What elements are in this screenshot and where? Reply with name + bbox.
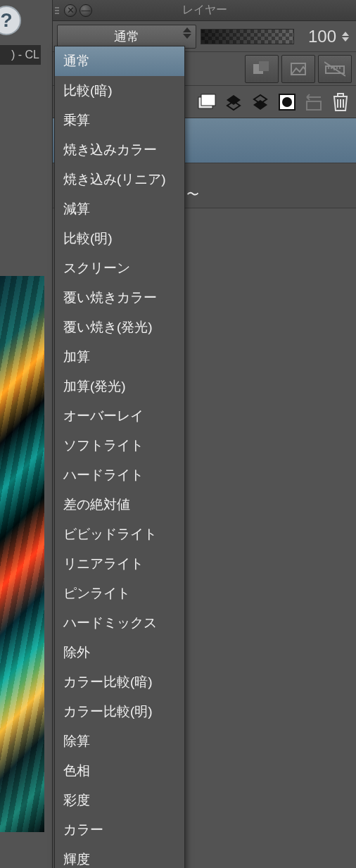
blend-mode-dropdown[interactable]: 通常 (57, 25, 196, 49)
clip-layer-button[interactable] (245, 55, 279, 83)
delete-layer-button[interactable] (329, 90, 352, 114)
blend-mode-option[interactable]: カラー (55, 815, 184, 845)
blend-mode-option[interactable]: 覆い焼き(発光) (55, 313, 184, 342)
blend-mode-option[interactable]: カラー比較(明) (55, 697, 184, 727)
blend-mode-option[interactable]: 乗算 (55, 106, 184, 135)
panel-titlebar[interactable]: ✕ — レイヤー (53, 0, 356, 21)
blend-mode-option[interactable]: 除算 (55, 727, 184, 756)
blend-mode-option[interactable]: 輝度 (55, 845, 184, 868)
blend-mode-option[interactable]: ソフトライト (55, 431, 184, 460)
chevron-down-icon (342, 37, 349, 42)
opacity-value[interactable]: 100 (298, 27, 338, 46)
clip-icon (252, 61, 272, 77)
layers-panel: ✕ — レイヤー 通常 100 (52, 0, 356, 868)
blend-mode-option[interactable]: リニアライト (55, 549, 184, 579)
blend-mode-option[interactable]: スクリーン (55, 253, 184, 283)
blend-mode-option[interactable]: ビビッドライト (55, 520, 184, 549)
layer-down-icon (251, 93, 269, 111)
layer-up-button[interactable] (222, 90, 245, 114)
blend-mode-option[interactable]: 彩度 (55, 786, 184, 815)
ruler-layer-button[interactable] (318, 55, 352, 83)
blend-mode-option[interactable]: 焼き込み(リニア) (55, 165, 184, 194)
blend-mode-option[interactable]: 減算 (55, 194, 184, 224)
window-title-fragment: ) - CL (0, 45, 41, 65)
svg-point-7 (282, 97, 292, 107)
trash-icon (332, 92, 349, 112)
merge-icon (304, 93, 324, 111)
blend-mode-option[interactable]: 焼き込みカラー (55, 135, 184, 165)
mask-button[interactable] (276, 90, 298, 114)
layer-up-icon (224, 93, 243, 111)
merge-button[interactable] (303, 90, 325, 114)
blend-mode-option[interactable]: 覆い焼きカラー (55, 283, 184, 313)
ruler-icon (324, 61, 345, 77)
blend-mode-option[interactable]: オーバーレイ (55, 401, 184, 431)
blend-mode-option[interactable]: 加算(発光) (55, 372, 184, 401)
svg-rect-1 (259, 61, 269, 71)
reference-layer-button[interactable] (281, 55, 315, 83)
blend-mode-popup[interactable]: 通常比較(暗)乗算焼き込みカラー焼き込み(リニア)減算比較(明)スクリーン覆い焼… (54, 46, 185, 868)
svg-rect-5 (201, 94, 215, 106)
panel-minimize-button[interactable]: — (80, 4, 92, 17)
blend-mode-option[interactable]: 比較(暗) (55, 76, 184, 106)
blend-mode-option[interactable]: 比較(明) (55, 224, 184, 253)
close-icon: ✕ (67, 6, 75, 15)
layer-down-button[interactable] (249, 90, 272, 114)
blend-mode-option[interactable]: 色相 (55, 756, 184, 786)
canvas-preview (0, 276, 44, 832)
panel-close-button[interactable]: ✕ (64, 4, 77, 17)
blend-mode-option[interactable]: 通常 (55, 46, 184, 76)
dropdown-arrows-icon (183, 27, 193, 39)
panel-title: レイヤー (53, 3, 356, 18)
svg-rect-8 (307, 101, 321, 110)
opacity-slider[interactable] (201, 29, 294, 44)
blend-mode-option[interactable]: 加算 (55, 342, 184, 372)
blend-mode-option[interactable]: ハードミックス (55, 608, 184, 638)
chevron-up-icon (342, 32, 349, 36)
blend-mode-option[interactable]: カラー比較(暗) (55, 667, 184, 697)
mask-icon (278, 93, 296, 111)
blend-mode-option[interactable]: ハードライト (55, 460, 184, 490)
help-glyph: ? (0, 9, 12, 32)
blend-mode-current: 通常 (114, 28, 139, 45)
blend-mode-option[interactable]: ピンライト (55, 579, 184, 608)
new-layer-icon (197, 93, 217, 111)
panel-grip-icon[interactable] (53, 0, 61, 20)
blend-mode-option[interactable]: 差の絶対値 (55, 490, 184, 520)
reference-icon (289, 61, 307, 77)
opacity-stepper[interactable] (342, 32, 352, 42)
new-layer-button[interactable] (196, 90, 218, 114)
help-button[interactable]: ? (0, 6, 21, 35)
minimize-icon: — (82, 6, 91, 15)
blend-mode-option[interactable]: 除外 (55, 638, 184, 667)
